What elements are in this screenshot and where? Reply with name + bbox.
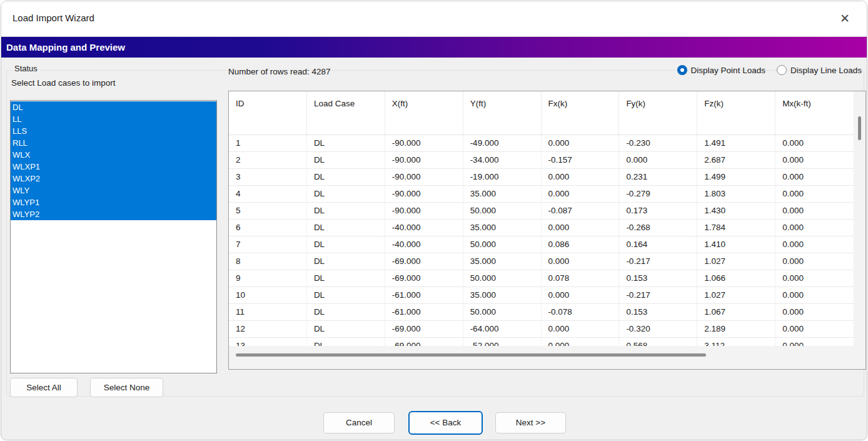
- load-case-item[interactable]: WLY: [11, 185, 216, 196]
- load-case-item[interactable]: LL: [11, 113, 216, 125]
- table-header-row: IDLoad CaseX(ft)Y(ft)Fx(k)Fy(k)Fz(k)Mx(k…: [229, 91, 854, 135]
- rows-read-label: Number of rows read: 4287: [228, 67, 331, 76]
- load-case-item[interactable]: WLYP1: [11, 196, 216, 208]
- back-button[interactable]: << Back: [408, 411, 483, 435]
- table-cell: 0.000: [775, 152, 854, 168]
- table-cell: -0.279: [619, 186, 697, 202]
- table-row: 9DL-69.00050.0000.0780.1531.0660.000: [229, 270, 854, 287]
- table-cell: DL: [307, 253, 385, 270]
- table-cell: 35.000: [463, 287, 542, 303]
- window-title: Load Import Wizard: [13, 1, 94, 35]
- select-all-button[interactable]: Select All: [10, 378, 78, 397]
- table-cell: DL: [307, 287, 385, 303]
- load-import-wizard-dialog: Load Import Wizard ✕ Data Mapping and Pr…: [1, 1, 867, 440]
- table-cell: 0.000: [619, 152, 697, 168]
- table-cell: 2.189: [697, 321, 775, 337]
- table-cell: 11: [229, 304, 307, 320]
- column-header: Fy(k): [619, 91, 697, 134]
- table-cell: 0.000: [775, 287, 854, 303]
- table-cell: 0.000: [542, 186, 620, 202]
- close-icon[interactable]: ✕: [835, 9, 854, 28]
- title-bar[interactable]: Load Import Wizard ✕: [1, 1, 867, 36]
- table-cell: 5: [229, 203, 307, 219]
- table-cell: 6: [229, 220, 307, 236]
- radio-option-display-point-loads[interactable]: Display Point Loads: [677, 65, 765, 75]
- table-cell: 0.000: [775, 321, 854, 337]
- load-case-item[interactable]: LLS: [11, 125, 216, 137]
- table-cell: 8: [229, 253, 307, 270]
- table-cell: 1.410: [697, 236, 775, 253]
- table-cell: -0.217: [619, 287, 697, 303]
- table-cell: 0.153: [619, 270, 697, 286]
- table-cell: -34.000: [463, 152, 542, 168]
- table-cell: 0.000: [775, 270, 854, 286]
- column-header: Fz(k): [697, 91, 775, 134]
- horizontal-scrollbar-thumb[interactable]: [236, 353, 706, 357]
- table-body: 1DL-90.000-49.0000.000-0.2301.4910.0002D…: [229, 135, 854, 355]
- table-cell: 0.078: [542, 270, 620, 286]
- table-cell: -69.000: [385, 270, 463, 286]
- load-case-item[interactable]: WLX: [11, 149, 216, 161]
- table-cell: 1.066: [697, 270, 775, 286]
- select-none-button[interactable]: Select None: [90, 378, 163, 397]
- table-cell: -61.000: [385, 287, 463, 303]
- next-button[interactable]: Next >>: [495, 412, 566, 433]
- table-cell: -0.320: [619, 321, 697, 337]
- horizontal-scrollbar[interactable]: [229, 346, 854, 369]
- column-header: Fx(k): [542, 91, 620, 134]
- table-cell: DL: [307, 203, 385, 219]
- table-cell: 7: [229, 236, 307, 253]
- table-cell: DL: [307, 152, 385, 168]
- table-cell: 35.000: [463, 220, 542, 236]
- table-row: 3DL-90.000-19.0000.0000.2311.4990.000: [229, 169, 854, 186]
- load-case-item[interactable]: RLL: [11, 137, 216, 149]
- column-header: Load Case: [307, 91, 385, 134]
- table-cell: DL: [307, 186, 385, 202]
- load-case-item[interactable]: WLXP1: [11, 161, 216, 173]
- table-cell: 0.000: [542, 169, 620, 185]
- vertical-scrollbar-thumb[interactable]: [858, 116, 861, 140]
- radio-icon[interactable]: [777, 65, 787, 75]
- load-cases-listbox[interactable]: DLLLLLSRLLWLXWLXP1WLXP2WLYWLYP1WLYP2: [10, 100, 217, 373]
- table-row: 6DL-40.00035.0000.000-0.2681.7840.000: [229, 220, 854, 236]
- table-cell: DL: [307, 236, 385, 253]
- table-cell: -90.000: [385, 152, 463, 168]
- table-cell: 0.000: [775, 169, 854, 185]
- table-cell: 2: [229, 152, 307, 168]
- load-case-item[interactable]: WLYP2: [11, 208, 216, 220]
- cancel-button[interactable]: Cancel: [323, 412, 395, 433]
- table-cell: 0.000: [542, 135, 620, 151]
- table-row: 11DL-61.00050.000-0.0780.1531.0670.000: [229, 304, 854, 321]
- table-cell: -40.000: [385, 220, 463, 236]
- table-row: 2DL-90.000-34.000-0.1570.0002.6870.000: [229, 152, 854, 169]
- table-cell: 0.164: [619, 236, 697, 253]
- table-cell: -90.000: [385, 135, 463, 151]
- table-cell: -61.000: [385, 304, 463, 320]
- table-cell: DL: [307, 169, 385, 185]
- radio-option-display-line-loads[interactable]: Display Line Loads: [777, 65, 862, 75]
- table-cell: -19.000: [463, 169, 542, 185]
- table-cell: DL: [307, 220, 385, 236]
- table-cell: 0.000: [775, 236, 854, 253]
- radio-icon[interactable]: [677, 65, 687, 75]
- vertical-scrollbar[interactable]: [854, 91, 865, 369]
- table-cell: 10: [229, 287, 307, 303]
- table-cell: -64.000: [463, 321, 542, 337]
- table-cell: 4: [229, 186, 307, 202]
- load-cases-label: Select Load cases to import: [11, 78, 116, 88]
- radio-label: Display Line Loads: [790, 66, 862, 75]
- table-cell: 0.000: [775, 253, 854, 270]
- table-cell: -90.000: [385, 186, 463, 202]
- table-cell: -0.157: [542, 152, 620, 168]
- table-cell: 1: [229, 135, 307, 151]
- table-cell: -40.000: [385, 236, 463, 253]
- table-cell: 0.000: [775, 304, 854, 320]
- load-case-item[interactable]: WLXP2: [11, 173, 216, 185]
- table-cell: 50.000: [463, 304, 542, 320]
- wizard-step-banner: Data Mapping and Preview: [1, 36, 867, 58]
- table-cell: 0.000: [542, 321, 620, 337]
- load-case-item[interactable]: DL: [11, 101, 216, 113]
- table-row: 12DL-69.000-64.0000.000-0.3202.1890.000: [229, 321, 854, 338]
- table-cell: 0.173: [619, 203, 697, 219]
- table-cell: -0.217: [619, 253, 697, 270]
